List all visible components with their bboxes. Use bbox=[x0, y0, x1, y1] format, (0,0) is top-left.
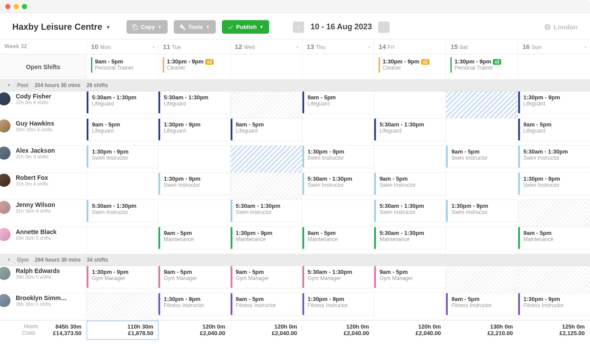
day-cell[interactable] bbox=[231, 91, 302, 119]
shift-card[interactable]: 5:30am - 1:30pmSwim Instructor bbox=[87, 200, 158, 222]
day-cell[interactable]: 9am - 5pmLifeguard bbox=[231, 119, 302, 146]
day-cell[interactable]: 9am - 5pmSwim Instructor bbox=[374, 173, 446, 200]
day-cell[interactable] bbox=[87, 173, 158, 200]
open-shift-cell[interactable]: 1:30pm - 9pmx2Cleaner bbox=[158, 54, 230, 80]
shift-card[interactable]: 5:30am - 1:30pmSwim Instructor bbox=[374, 200, 446, 222]
shift-card[interactable]: 5:30am - 1:30pmLifeguard bbox=[87, 91, 158, 113]
day-cell[interactable]: 9am - 5pmLifeguard bbox=[302, 91, 374, 119]
day-cell[interactable]: 1:30pm - 9pmGym Manager bbox=[87, 266, 158, 293]
shift-card[interactable]: 5:30am - 1:30pmSwim Instructor bbox=[302, 173, 374, 195]
window-close-icon[interactable] bbox=[5, 4, 11, 9]
day-cell[interactable]: 9am - 5pmLifeguard bbox=[518, 119, 590, 146]
open-shift-cell[interactable]: 9am - 5pmPersonal Trainer bbox=[87, 54, 158, 80]
day-cell[interactable]: 1:30pm - 9pmFitness Instructor bbox=[518, 293, 590, 320]
employee-cell[interactable]: Jenny Wilson31h 30m 4 shifts bbox=[0, 200, 86, 215]
shift-card[interactable]: 5:30am - 1:30pmSwim Instructor bbox=[518, 146, 590, 168]
location-dropdown[interactable]: Haxby Leisure Centre ▼ bbox=[12, 22, 111, 32]
day-cell[interactable]: 1:30pm - 9pmLifeguard bbox=[518, 91, 590, 119]
tools-button[interactable]: Tools ▼ bbox=[174, 20, 216, 34]
day-header-sun[interactable]: 16Sun ▪ bbox=[518, 39, 590, 54]
day-header-sat[interactable]: 15Sat bbox=[446, 39, 518, 54]
day-cell[interactable] bbox=[374, 146, 446, 173]
day-cell[interactable]: 1:30pm - 9pmSwim Instructor bbox=[518, 173, 590, 200]
shift-card[interactable]: 9am - 5pmMaintenance bbox=[518, 227, 590, 249]
date-range-label[interactable]: 10 - 16 Aug 2023 bbox=[310, 22, 372, 32]
shift-card[interactable]: 1:30pm - 9pmFitness Instructor bbox=[158, 293, 230, 315]
employee-cell[interactable]: Guy Hawkins39m 30m 5 shifts bbox=[0, 119, 86, 133]
employee-cell[interactable]: Ralph Edwards39h 30m 5 shifts bbox=[0, 266, 86, 281]
shift-card[interactable]: 1:30pm - 9pmMaintenance bbox=[231, 227, 302, 249]
day-cell[interactable]: 9am - 5pmMaintenance bbox=[518, 227, 590, 254]
section-header[interactable]: ▼Gym294 hours 30 mins34 shifts bbox=[0, 254, 590, 266]
window-zoom-icon[interactable] bbox=[22, 4, 27, 9]
day-cell[interactable]: 1:30pm - 9pmFitness Instructor bbox=[158, 293, 230, 320]
shift-card[interactable]: 9am - 5pmGym Manager bbox=[374, 266, 446, 288]
day-cell[interactable]: 5:30am - 1:30pmSwim Instructor bbox=[231, 200, 302, 227]
shift-card[interactable]: 1:30pm - 9pmFitness Instructor bbox=[518, 293, 590, 315]
shift-card[interactable]: 1:30pm - 9pmFitness Instructor bbox=[302, 293, 374, 315]
shift-card[interactable]: 1:30pm - 9pmLifeguard bbox=[518, 91, 590, 113]
day-header-mon[interactable]: 10Mon ▪ bbox=[87, 39, 158, 54]
section-header[interactable]: ▼Pool204 hours 30 mins26 shifts bbox=[0, 80, 590, 91]
day-cell[interactable]: 9am - 5pmMaintenance bbox=[302, 227, 374, 254]
day-cell[interactable] bbox=[518, 266, 590, 293]
open-shift-cell[interactable]: 1:30pm - 9pmx2Cleaner bbox=[374, 54, 446, 80]
shift-card[interactable]: 1:30pm - 9pmGym Manager bbox=[87, 266, 158, 288]
day-header-thu[interactable]: 13Thu ▪ bbox=[302, 39, 374, 54]
open-shift-cell[interactable]: 1:30pm - 9pmx2Personal Trainer bbox=[446, 54, 518, 80]
shift-card[interactable]: 5:30am - 1:30pmGym Manager bbox=[302, 266, 374, 288]
day-cell[interactable] bbox=[518, 200, 590, 227]
shift-card[interactable]: 9am - 5pmMaintenance bbox=[158, 227, 230, 249]
day-cell[interactable] bbox=[158, 146, 230, 173]
open-shift-cell[interactable] bbox=[518, 54, 590, 80]
employee-cell[interactable]: Annette Black39h 30m 5 shifts bbox=[0, 227, 86, 242]
day-cell[interactable] bbox=[374, 91, 446, 119]
day-cell[interactable]: 5:30am - 1:30pmLifeguard bbox=[374, 119, 446, 146]
day-cell[interactable]: 5:30am - 1:30pmSwim Instructor bbox=[374, 200, 446, 227]
shift-card[interactable]: 9am - 5pmLifeguard bbox=[518, 119, 590, 140]
day-cell[interactable] bbox=[87, 293, 158, 320]
day-cell[interactable] bbox=[446, 119, 518, 146]
copy-button[interactable]: Copy ▼ bbox=[126, 20, 168, 34]
day-cell[interactable] bbox=[446, 266, 518, 293]
day-cell[interactable] bbox=[87, 227, 158, 254]
shift-card[interactable]: 9am - 5pmGym Manager bbox=[158, 266, 230, 288]
day-cell[interactable]: 5:30am - 1:30pmLifeguard bbox=[158, 91, 230, 119]
day-cell[interactable] bbox=[302, 119, 374, 146]
day-cell[interactable]: 9am - 5pmGym Manager bbox=[158, 266, 230, 293]
day-cell[interactable]: 9am - 5pmGym Manager bbox=[374, 266, 446, 293]
shift-card[interactable]: 9am - 5pmMaintenance bbox=[302, 227, 374, 249]
open-shift-cell[interactable] bbox=[302, 54, 374, 80]
day-cell[interactable] bbox=[446, 91, 518, 119]
day-cell[interactable]: 5:30am - 1:30pmLifeguard bbox=[87, 91, 158, 119]
prev-week-button[interactable] bbox=[293, 21, 304, 33]
day-cell[interactable]: 9am - 5pmMaintenance bbox=[158, 227, 230, 254]
day-cell[interactable]: 5:30am - 1:30pmSwim Instructor bbox=[518, 146, 590, 173]
shift-card[interactable]: 9am - 5pmLifeguard bbox=[302, 91, 374, 113]
shift-card[interactable]: 1:30pm - 9pmSwim Instructor bbox=[87, 146, 158, 168]
day-cell[interactable]: 9am - 5pmFitness Instructor bbox=[231, 293, 302, 320]
shift-card[interactable]: 5:30am - 1:30pmMaintenance bbox=[374, 227, 446, 249]
shift-card[interactable]: 5:30am - 1:30pmLifeguard bbox=[158, 91, 230, 113]
day-header-wed[interactable]: 12Wed ▪ bbox=[231, 39, 302, 54]
shift-card[interactable]: 1:30pm - 9pmSwim Instructor bbox=[158, 173, 230, 195]
next-week-button[interactable] bbox=[378, 21, 390, 33]
shift-card[interactable]: 9am - 5pmFitness Instructor bbox=[446, 293, 517, 315]
day-cell[interactable]: 9am - 5pmFitness Instructor bbox=[446, 293, 518, 320]
day-cell[interactable] bbox=[158, 200, 230, 227]
day-cell[interactable] bbox=[302, 200, 374, 227]
day-header-fri[interactable]: 14Fri bbox=[374, 39, 446, 54]
shift-card[interactable]: 9am - 5pmLifeguard bbox=[231, 119, 302, 140]
day-cell[interactable]: 1:30pm - 9pmMaintenance bbox=[231, 227, 302, 254]
employee-cell[interactable]: Robert Fox31h 0m 4 shifts bbox=[0, 173, 86, 188]
publish-button[interactable]: Publish ▼ bbox=[222, 20, 270, 34]
day-cell[interactable]: 1:30pm - 9pmFitness Instructor bbox=[302, 293, 374, 320]
day-cell[interactable] bbox=[231, 173, 302, 200]
day-cell[interactable]: 1:30pm - 9pmSwim Instructor bbox=[87, 146, 158, 173]
shift-card[interactable]: 9am - 5pmFitness Instructor bbox=[231, 293, 302, 315]
shift-card[interactable]: 1:30pm - 9pmSwim Instructor bbox=[518, 173, 590, 195]
timezone-indicator[interactable]: London bbox=[544, 23, 578, 31]
open-shift-cell[interactable] bbox=[231, 54, 302, 80]
employee-cell[interactable]: Alex Jackson31h 0m 4 shifts bbox=[0, 146, 86, 161]
shift-card[interactable]: 9am - 5pmSwim Instructor bbox=[446, 146, 517, 168]
